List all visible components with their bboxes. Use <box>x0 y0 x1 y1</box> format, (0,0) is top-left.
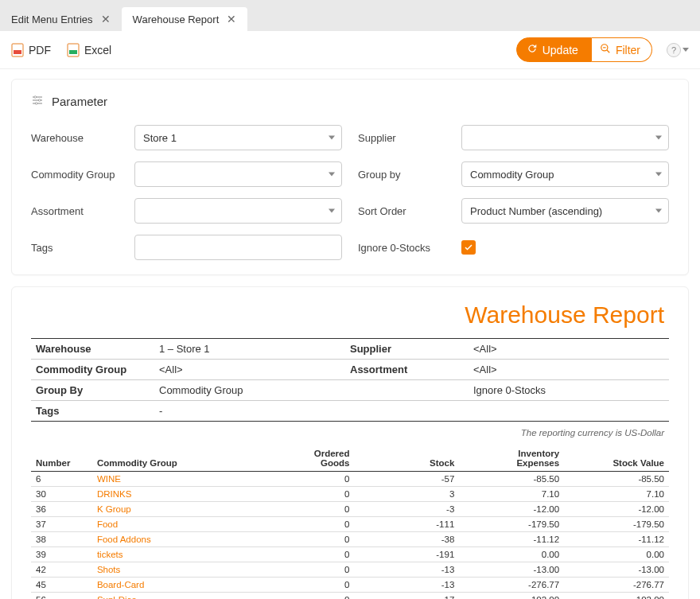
col-stock-value: Stock Value <box>564 445 669 472</box>
cell-number: 38 <box>31 532 92 547</box>
group-by-select[interactable]: Commodity Group <box>461 161 669 187</box>
cell-stock-value: -85.50 <box>564 472 669 487</box>
cell-ordered: 0 <box>250 547 355 562</box>
meta-supplier-value: <All> <box>469 339 659 359</box>
warehouse-select[interactable]: Store 1 <box>134 125 342 150</box>
meta-assort-label: Assortment <box>345 360 469 379</box>
group-by-value: Commodity Group <box>470 169 554 181</box>
report-title: Warehouse Report <box>31 301 664 329</box>
cell-commodity-group[interactable]: DRINKS <box>92 487 250 502</box>
cell-inventory: 7.10 <box>459 487 564 502</box>
sliders-icon <box>31 94 44 109</box>
export-excel-button[interactable]: Excel <box>67 43 111 57</box>
meta-warehouse-value: 1 – Store 1 <box>154 339 345 359</box>
table-row: 6WINE0-57-85.50-85.50 <box>31 472 669 487</box>
ignore-zero-label: Ignore 0-Stocks <box>358 242 461 254</box>
report-meta-table: Warehouse 1 – Store 1 Supplier <All> Com… <box>31 338 669 422</box>
cell-ordered: 0 <box>250 472 355 487</box>
cell-ordered: 0 <box>250 487 355 502</box>
assortment-select[interactable] <box>134 198 342 224</box>
filter-button[interactable]: Filter <box>592 37 652 62</box>
cell-commodity-group[interactable]: Food Addons <box>92 532 250 547</box>
cell-stock: 3 <box>354 487 459 502</box>
table-row: 56Supl-Dice0-17-102.00-102.00 <box>31 593 669 600</box>
cell-commodity-group[interactable]: K Group <box>92 502 250 517</box>
help-button[interactable]: ? <box>667 43 689 57</box>
supplier-select[interactable] <box>461 125 669 150</box>
table-row: 42Shots0-13-13.00-13.00 <box>31 562 669 578</box>
cell-stock: -13 <box>354 562 459 578</box>
meta-tags-label: Tags <box>31 401 154 421</box>
cell-number: 39 <box>31 547 92 562</box>
tags-input[interactable] <box>134 235 342 260</box>
meta-ignore-label <box>345 380 469 400</box>
col-stock: Stock <box>354 445 459 472</box>
svg-line-5 <box>607 50 610 53</box>
svg-point-12 <box>35 103 37 105</box>
tab-edit-menu-entries[interactable]: Edit Menu Entries ✕ <box>0 7 122 31</box>
export-pdf-button[interactable]: PDF <box>11 43 51 57</box>
close-icon[interactable]: ✕ <box>227 13 236 25</box>
warehouse-value: Store 1 <box>143 132 177 144</box>
close-icon[interactable]: ✕ <box>101 13 111 25</box>
commodity-group-select[interactable] <box>134 161 342 187</box>
update-filter-group: Update Filter <box>516 37 652 62</box>
cell-stock: -38 <box>354 532 459 547</box>
cell-stock-value: -12.00 <box>564 502 669 517</box>
table-row: 45Board-Card0-13-276.77-276.77 <box>31 578 669 593</box>
cell-number: 42 <box>31 562 92 578</box>
cell-stock-value: -13.00 <box>564 562 669 578</box>
meta-tags-value: - <box>154 401 345 421</box>
cell-commodity-group[interactable]: Shots <box>92 562 250 578</box>
tab-bar: Edit Menu Entries ✕ Warehouse Report ✕ <box>0 0 700 31</box>
parameter-title: Parameter <box>52 95 107 108</box>
sort-order-value: Product Number (ascending) <box>470 205 602 217</box>
cell-ordered: 0 <box>250 593 355 600</box>
cell-ordered: 0 <box>250 517 355 532</box>
cell-commodity-group[interactable]: tickets <box>92 547 250 562</box>
sort-order-select[interactable]: Product Number (ascending) <box>461 198 669 224</box>
cell-commodity-group[interactable]: WINE <box>92 472 250 487</box>
cell-inventory: -13.00 <box>459 562 564 578</box>
ignore-zero-checkbox[interactable] <box>461 240 476 255</box>
cell-number: 37 <box>31 517 92 532</box>
cell-stock: -57 <box>354 472 459 487</box>
svg-point-11 <box>38 99 41 102</box>
cell-stock: -17 <box>354 593 459 600</box>
help-icon: ? <box>667 43 681 57</box>
meta-cg-label: Commodity Group <box>31 360 154 379</box>
col-ordered-goods: OrderedGoods <box>250 445 355 472</box>
parameter-panel: Parameter Warehouse Store 1 Supplier <box>11 79 689 275</box>
cell-inventory: 0.00 <box>459 547 564 562</box>
update-button[interactable]: Update <box>516 37 592 62</box>
toolbar: PDF Excel Update Filter ? <box>0 31 700 69</box>
cell-stock-value: -276.77 <box>564 578 669 593</box>
export-pdf-label: PDF <box>29 44 51 56</box>
col-commodity-group: Commodity Group <box>92 445 250 472</box>
chevron-down-icon <box>329 136 335 140</box>
meta-supplier-label: Supplier <box>345 339 469 359</box>
meta-assort-value: <All> <box>469 360 659 379</box>
cell-number: 6 <box>31 472 92 487</box>
pdf-icon <box>11 43 24 57</box>
cell-commodity-group[interactable]: Board-Card <box>92 578 250 593</box>
parameter-header: Parameter <box>31 94 669 109</box>
chevron-down-icon <box>329 209 335 213</box>
col-inventory-expenses: InventoryExpenses <box>459 445 564 472</box>
table-row: 37Food0-111-179.50-179.50 <box>31 517 669 532</box>
assortment-label: Assortment <box>31 205 134 217</box>
cell-stock-value: -179.50 <box>564 517 669 532</box>
meta-cg-value: <All> <box>154 360 345 379</box>
cell-stock: -13 <box>354 578 459 593</box>
excel-icon <box>67 43 80 57</box>
cell-commodity-group[interactable]: Supl-Dice <box>92 593 250 600</box>
cell-commodity-group[interactable]: Food <box>92 517 250 532</box>
table-row: 39tickets0-1910.000.00 <box>31 547 669 562</box>
cell-stock-value: 0.00 <box>564 547 669 562</box>
meta-groupby-label: Group By <box>31 380 154 400</box>
zoom-out-icon <box>600 43 611 56</box>
cell-stock: -3 <box>354 502 459 517</box>
filter-label: Filter <box>616 44 640 56</box>
tab-warehouse-report[interactable]: Warehouse Report ✕ <box>122 7 248 31</box>
table-row: 30DRINKS037.107.10 <box>31 487 669 502</box>
